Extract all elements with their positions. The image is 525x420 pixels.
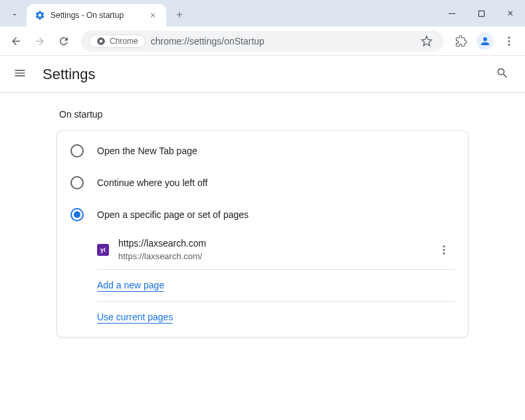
add-new-page-link[interactable]: Add a new page [97,280,164,292]
minimize-icon [448,9,456,17]
reload-icon [58,35,70,47]
chevron-down-icon [11,11,19,19]
window-controls [437,0,525,27]
forward-button[interactable] [29,31,51,52]
use-current-row: Use current pages [57,302,468,333]
maximize-icon [478,10,485,17]
page-url-text: https://laxsearch.com/ [118,251,433,262]
radio-icon [70,144,84,158]
page-title: Settings [43,66,96,83]
star-icon [421,35,433,47]
startup-page-row: y! https://laxsearch.com https://laxsear… [57,231,468,269]
tab-title: Settings - On startup [51,11,148,20]
radio-specific-pages[interactable]: Open a specific page or set of pages [57,199,468,231]
svg-rect-1 [478,11,484,16]
url-text: chrome://settings/onStartup [151,36,264,47]
profile-button[interactable] [474,31,496,52]
minimize-button[interactable] [437,0,467,27]
close-icon [150,12,156,19]
menu-icon [13,66,27,80]
bookmark-button[interactable] [417,32,436,51]
page-more-button[interactable] [433,239,455,261]
settings-header: Settings [0,56,525,93]
reload-button[interactable] [53,31,74,52]
add-page-row: Add a new page [57,270,468,301]
address-bar-row: Chrome chrome://settings/onStartup [0,27,525,56]
close-icon [506,9,514,17]
close-window-button[interactable] [496,0,525,27]
site-favicon: y! [97,244,109,256]
settings-gear-icon [35,10,45,21]
hamburger-menu-button[interactable] [13,66,29,82]
svg-point-4 [508,37,510,39]
chip-label: Chrome [110,37,138,46]
arrow-right-icon [34,35,46,47]
svg-point-5 [508,40,510,42]
omnibox[interactable]: Chrome chrome://settings/onStartup [81,31,444,52]
menu-button[interactable] [498,31,520,52]
radio-label: Open the New Tab page [97,146,197,156]
radio-icon [70,208,84,221]
site-chip[interactable]: Chrome [89,35,146,48]
radio-label: Continue where you left off [97,177,207,188]
svg-point-7 [443,245,445,247]
chrome-logo-icon [96,37,106,46]
radio-label: Open a specific page or set of pages [97,209,249,220]
dots-vertical-icon [503,35,515,47]
avatar-icon [476,33,494,50]
svg-point-9 [443,253,445,255]
search-settings-button[interactable] [496,66,512,82]
extensions-button[interactable] [451,31,472,52]
arrow-left-icon [10,35,22,47]
back-button[interactable] [5,31,27,52]
new-tab-button[interactable] [170,5,189,24]
page-title-text: https://laxsearch.com [118,237,433,251]
radio-icon [70,176,84,189]
svg-rect-0 [449,13,455,14]
section-title: On startup [56,109,469,120]
browser-titlebar: Settings - On startup [0,0,525,27]
svg-point-8 [443,249,445,251]
radio-open-newtab[interactable]: Open the New Tab page [57,135,468,167]
dots-vertical-icon [438,244,450,256]
svg-point-3 [100,39,103,43]
maximize-button[interactable] [467,0,496,27]
use-current-pages-link[interactable]: Use current pages [97,312,173,324]
plus-icon [175,10,184,19]
search-icon [496,66,509,80]
settings-content: On startup Open the New Tab page Continu… [0,93,525,354]
startup-card: Open the New Tab page Continue where you… [56,130,469,338]
svg-point-6 [508,43,510,45]
tabs-dropdown-button[interactable] [5,5,24,24]
tab-close-button[interactable] [148,10,158,21]
radio-continue[interactable]: Continue where you left off [57,167,468,199]
browser-tab[interactable]: Settings - On startup [27,4,166,27]
puzzle-icon [455,35,467,47]
